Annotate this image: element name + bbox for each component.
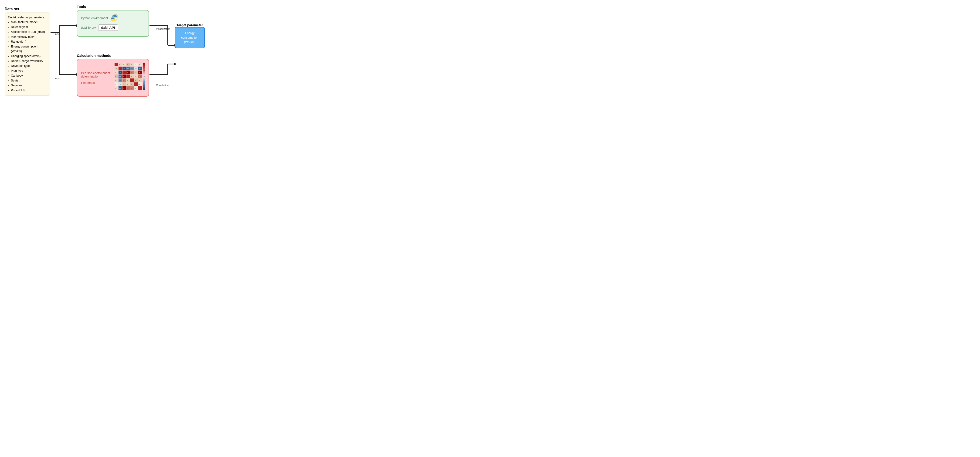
svg-text:.32: .32	[130, 64, 132, 65]
svg-text:.22: .22	[123, 64, 124, 65]
dabl-label: dabl library	[81, 26, 96, 29]
input-top-label: Input	[54, 33, 60, 35]
list-item: Segment	[11, 83, 47, 88]
tools-dabl-row: dabl library dabl API	[81, 24, 145, 31]
list-item: Plug type	[11, 68, 47, 73]
svg-text:-.79: -.79	[123, 68, 125, 69]
svg-text:.27: .27	[119, 64, 120, 65]
svg-text:-.18: -.18	[119, 84, 121, 85]
svg-text:-0.6: -0.6	[142, 89, 145, 90]
calc-text-col: Pearson coefficient of determination Hea…	[81, 71, 112, 84]
svg-text:.68: .68	[138, 76, 140, 77]
svg-text:.3: .3	[135, 76, 135, 77]
svg-text:.11: .11	[135, 64, 136, 65]
svg-text:.13: .13	[123, 84, 124, 85]
dataset-section: Data set Electric vehicles parameters: M…	[5, 7, 50, 96]
list-item: Rapid Charge availability	[11, 59, 47, 63]
svg-point-16	[113, 16, 114, 16]
tools-title: Tools	[77, 5, 149, 9]
svg-text:.36: .36	[127, 64, 128, 65]
target-title: Target parameter	[175, 23, 205, 27]
svg-text:.22: .22	[115, 72, 116, 73]
list-item: Acceleration to 100 (km/h)	[11, 30, 47, 34]
svg-text:1: 1	[119, 68, 119, 69]
svg-text:-.62: -.62	[119, 88, 121, 89]
list-item: Manufacturer, model	[11, 20, 47, 24]
svg-text:.38: .38	[135, 80, 136, 81]
list-item: Car body	[11, 73, 47, 78]
target-section: Target parameter Energy consumption (Wh/…	[175, 23, 205, 48]
svg-text:.32: .32	[115, 80, 116, 81]
svg-text:1: 1	[127, 76, 127, 77]
visualization-label: Visualization	[156, 27, 170, 30]
list-item: Release year	[11, 25, 47, 29]
svg-text:.35: .35	[130, 76, 132, 77]
svg-text:.25: .25	[138, 64, 140, 65]
dataset-list: Manufacturer, modelRelease yearAccelerat…	[8, 20, 47, 93]
list-item: Range (km)	[11, 39, 47, 44]
calc-box: Pearson coefficient of determination Hea…	[77, 59, 149, 97]
list-item: Seats	[11, 78, 47, 83]
svg-text:.38: .38	[130, 72, 132, 73]
svg-text:.034: .034	[138, 84, 140, 85]
svg-text:1: 1	[123, 72, 123, 73]
svg-text:-.79: -.79	[119, 72, 121, 73]
calc-title: Calculation methods	[77, 54, 149, 57]
list-item: Energy consumption (Wh/km)	[11, 44, 47, 54]
svg-text:-.27: -.27	[115, 68, 117, 69]
tools-section: Tools Python environment dabl library da…	[77, 5, 149, 37]
calc-section: Calculation methods Pearson coefficient …	[77, 54, 149, 97]
tools-python-row: Python environment	[81, 14, 145, 22]
svg-text:0.0: 0.0	[143, 75, 145, 77]
list-item: Charging speed (km/h)	[11, 54, 47, 59]
dabl-api-box: dabl API	[98, 24, 118, 31]
svg-text:-.68: -.68	[127, 68, 129, 69]
svg-text:.034: .034	[134, 88, 136, 89]
python-label: Python environment	[81, 16, 108, 20]
svg-text:.13: .13	[135, 72, 136, 73]
svg-text:.36: .36	[115, 76, 116, 77]
svg-text:1: 1	[130, 80, 131, 81]
svg-text:1: 1	[135, 84, 135, 85]
tools-box: Python environment dabl library dabl API	[77, 10, 149, 37]
svg-text:-.41: -.41	[119, 80, 121, 81]
svg-text:-.68: -.68	[119, 76, 121, 77]
svg-text:1: 1	[138, 88, 139, 89]
svg-text:.3: .3	[127, 84, 127, 85]
svg-text:.3: .3	[130, 84, 132, 85]
correlation-label: Correlation	[156, 84, 169, 87]
heatmap-label: Heatmaps	[81, 81, 112, 84]
dataset-intro: Electric vehicles parameters:	[8, 16, 45, 19]
svg-text:.79: .79	[123, 88, 124, 89]
list-item: Price (EUR)	[11, 88, 47, 93]
svg-text:1.0: 1.0	[143, 63, 145, 64]
svg-text:.11: .11	[115, 84, 116, 85]
svg-text:0.6: 0.6	[143, 70, 145, 71]
svg-text:-.18: -.18	[135, 68, 137, 69]
svg-text:-0.4: -0.4	[142, 81, 145, 83]
svg-text:.35: .35	[127, 80, 128, 81]
pearson-label: Pearson coefficient of determination	[81, 71, 112, 78]
svg-text:.4: .4	[130, 88, 132, 89]
svg-text:.68: .68	[127, 88, 128, 89]
python-icon	[110, 14, 119, 22]
dataset-title: Data set	[5, 7, 50, 11]
svg-text:.74: .74	[123, 76, 124, 77]
diagram: Data set Electric vehicles parameters: M…	[5, 5, 205, 102]
dataset-box: Electric vehicles parameters: Manufactur…	[5, 13, 50, 96]
svg-text:.38: .38	[123, 80, 124, 81]
list-item: Drivetrain type	[11, 64, 47, 68]
target-box: Energy consumption (Wh/km)	[175, 27, 205, 48]
svg-marker-15	[174, 63, 177, 65]
list-item: Max Velocity (km/h)	[11, 35, 47, 39]
svg-text:.25: .25	[115, 88, 116, 89]
svg-point-17	[115, 19, 116, 20]
svg-text:.35: .35	[138, 80, 140, 81]
svg-text:.74: .74	[127, 72, 128, 73]
input-bottom-label: Input	[54, 77, 60, 80]
svg-text:.79: .79	[138, 72, 140, 73]
svg-text:-.41: -.41	[130, 68, 133, 69]
svg-text:-.62: -.62	[138, 68, 141, 69]
heatmap-svg: 1.0 0.6 0.0 -0.4 -0.6 1 .27 .22 .36 .32 …	[115, 63, 145, 93]
svg-text:1: 1	[115, 64, 116, 65]
